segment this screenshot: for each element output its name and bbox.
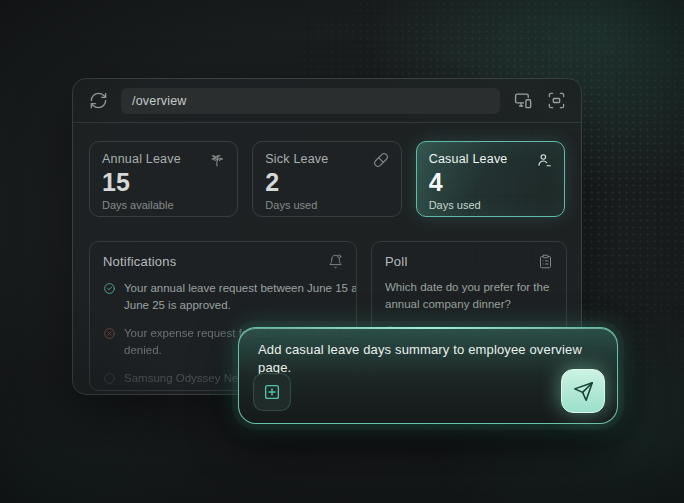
refresh-button[interactable]	[88, 91, 108, 111]
palm-tree-icon	[209, 152, 225, 168]
card-header: Sick Leave	[265, 152, 388, 168]
card-value: 15	[102, 169, 225, 197]
attach-button[interactable]	[253, 373, 291, 411]
card-subtitle: Days used	[265, 199, 388, 211]
card-title: Annual Leave	[102, 152, 181, 166]
x-circle-icon	[103, 326, 116, 339]
screen: /overview	[0, 0, 684, 503]
card-value: 2	[265, 169, 388, 197]
url-text: /overview	[132, 94, 187, 108]
card-header: Casual Leave	[429, 152, 552, 168]
prompt-message[interactable]: Add casual leave days summary to employe…	[258, 341, 599, 377]
stat-cards-row: Annual Leave 15 Days available Si	[89, 141, 565, 217]
pill-icon	[373, 152, 389, 168]
notification-text: Your annual leave request between June 1…	[124, 280, 357, 314]
devices-icon	[514, 91, 533, 110]
refresh-icon	[89, 91, 108, 110]
poll-header: Poll	[385, 254, 553, 269]
poll-title: Poll	[385, 254, 407, 269]
devices-button[interactable]	[513, 91, 533, 111]
fullscreen-icon	[547, 91, 566, 110]
card-casual-leave[interactable]: Casual Leave 4 Days used	[416, 141, 565, 217]
card-header: Annual Leave	[102, 152, 225, 168]
list-item[interactable]: Your annual leave request between June 1…	[103, 280, 343, 314]
card-subtitle: Days used	[429, 199, 552, 211]
clipboard-list-icon	[538, 254, 553, 269]
circle-icon	[103, 371, 116, 384]
card-annual-leave[interactable]: Annual Leave 15 Days available	[89, 141, 238, 217]
card-value: 4	[429, 169, 552, 197]
card-sick-leave[interactable]: Sick Leave 2 Days used	[252, 141, 401, 217]
check-circle-icon	[103, 281, 116, 294]
square-plus-icon	[263, 383, 281, 401]
notification-text: Samsung Odyssey Neo G your assets.	[124, 370, 257, 391]
user-icon	[536, 152, 552, 168]
send-button[interactable]	[561, 369, 605, 413]
bell-dot-icon[interactable]	[328, 254, 343, 269]
url-input[interactable]: /overview	[121, 88, 500, 114]
card-subtitle: Days available	[102, 199, 225, 211]
notifications-header: Notifications	[103, 254, 343, 269]
poll-question: Which date do you prefer for the annual …	[385, 279, 553, 314]
ai-prompt-box[interactable]: Add casual leave days summary to employe…	[238, 327, 618, 424]
card-title: Casual Leave	[429, 152, 508, 166]
send-icon	[573, 381, 594, 402]
fullscreen-button[interactable]	[546, 91, 566, 111]
notifications-title: Notifications	[103, 254, 176, 269]
card-title: Sick Leave	[265, 152, 328, 166]
browser-toolbar: /overview	[73, 79, 581, 123]
